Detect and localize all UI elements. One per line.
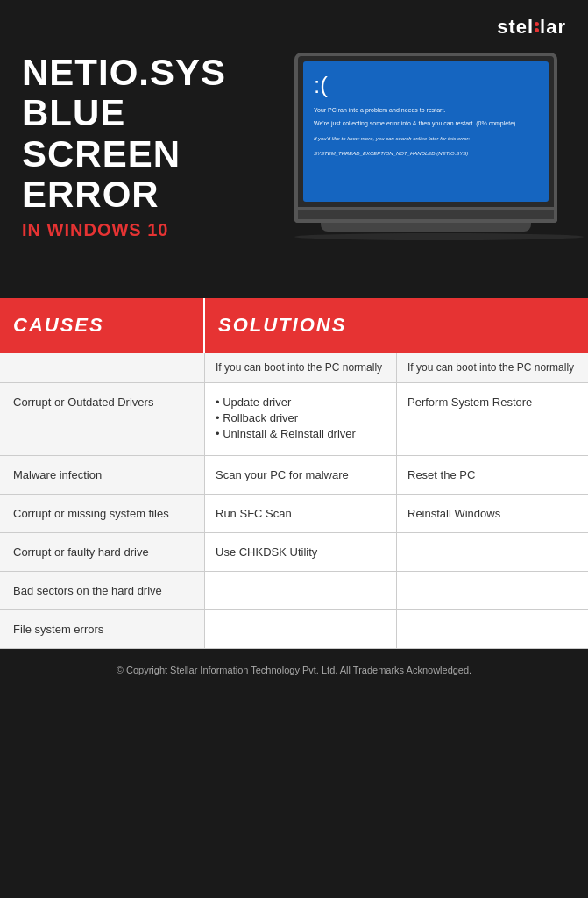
solution-cell1-5 xyxy=(205,572,397,609)
laptop-illustration: :( Your PC ran into a problem and needs … xyxy=(286,53,566,240)
list-item: Uninstall & Reinstall driver xyxy=(216,427,386,440)
laptop-wrapper: :( Your PC ran into a problem and needs … xyxy=(294,53,557,240)
table-row: Corrupt or missing system files Run SFC … xyxy=(0,495,588,533)
solution-cell2-1: Perform System Restore xyxy=(397,383,588,455)
table-row: File system errors xyxy=(0,610,588,649)
bsod-sad-face: :( xyxy=(314,72,538,99)
solution-list-1: Update driver Rollback driver Uninstall … xyxy=(216,396,386,440)
sub-header-col1: If you can boot into the PC normally xyxy=(205,353,397,382)
table-body: If you can boot into the PC normally If … xyxy=(0,353,588,649)
stellar-logo: stellar xyxy=(497,16,566,39)
solution-cell2-6 xyxy=(397,610,588,648)
cause-cell-4: Corrupt or faulty hard drive xyxy=(0,533,205,571)
causes-column-header: CAUSES xyxy=(0,298,205,353)
laptop-base xyxy=(294,210,557,223)
cause-cell-6: File system errors xyxy=(0,610,205,648)
header-section: stellar NETIO.SYS BLUE SCREEN ERROR IN W… xyxy=(0,0,588,281)
laptop-screen-outer: :( Your PC ran into a problem and needs … xyxy=(294,53,557,210)
table-section: CAUSES SOLUTIONS If you can boot into th… xyxy=(0,298,588,649)
cause-cell-2: Malware infection xyxy=(0,456,205,494)
title-line1: NETIO.SYS xyxy=(22,53,268,93)
bsod-screen: :( Your PC ran into a problem and needs … xyxy=(303,61,549,202)
solution-cell2-3: Reinstall Windows xyxy=(397,495,588,532)
bsod-error-code: SYSTEM_THREAD_EXCEPTION_NOT_HANDLED (NET… xyxy=(314,150,538,158)
laptop-shadow xyxy=(294,233,584,240)
solution-cell2-2: Reset the PC xyxy=(397,456,588,494)
table-row: Corrupt or faulty hard drive Use CHKDSK … xyxy=(0,533,588,572)
solutions-column-header: SOLUTIONS xyxy=(205,298,588,353)
table-header: CAUSES SOLUTIONS xyxy=(0,298,588,353)
solution-cell1-4: Use CHKDSK Utility xyxy=(205,533,397,571)
footer: © Copyright Stellar Information Technolo… xyxy=(0,649,588,691)
solution-cell2-4 xyxy=(397,533,588,571)
bsod-line3: If you'd like to know more, you can sear… xyxy=(314,135,538,143)
cause-cell-3: Corrupt or missing system files xyxy=(0,495,205,532)
logo-text-lar: lar xyxy=(540,16,566,39)
bsod-line1: Your PC ran into a problem and needs to … xyxy=(314,106,538,116)
bsod-text: Your PC ran into a problem and needs to … xyxy=(314,106,538,158)
table-row: Corrupt or Outdated Drivers Update drive… xyxy=(0,383,588,456)
laptop-stand xyxy=(321,223,531,232)
subtitle: IN WINDOWS 10 xyxy=(22,220,268,240)
bsod-line2: We're just collecting some error info & … xyxy=(314,119,538,129)
cause-cell-5: Bad sectors on the hard drive xyxy=(0,572,205,609)
table-row: Bad sectors on the hard drive xyxy=(0,572,588,610)
sub-header-spacer xyxy=(0,353,205,382)
solution-cell1-1: Update driver Rollback driver Uninstall … xyxy=(205,383,397,455)
solution-cell1-3: Run SFC Scan xyxy=(205,495,397,532)
page-title: NETIO.SYS BLUE SCREEN ERROR xyxy=(22,53,268,215)
title-area: NETIO.SYS BLUE SCREEN ERROR IN WINDOWS 1… xyxy=(22,53,286,240)
title-line2: BLUE SCREEN xyxy=(22,93,268,174)
sub-header-col2: If you can boot into the PC normally xyxy=(397,353,588,382)
solution-cell1-2: Scan your PC for malware xyxy=(205,456,397,494)
table-row: Malware infection Scan your PC for malwa… xyxy=(0,456,588,495)
footer-text: © Copyright Stellar Information Technolo… xyxy=(117,665,471,675)
solution-cell1-6 xyxy=(205,610,397,648)
header-content: NETIO.SYS BLUE SCREEN ERROR IN WINDOWS 1… xyxy=(22,18,566,240)
list-item: Rollback driver xyxy=(216,411,386,424)
sub-header-row: If you can boot into the PC normally If … xyxy=(0,353,588,383)
logo-text-stel: stel xyxy=(497,16,534,39)
solution-cell2-5 xyxy=(397,572,588,609)
logo-dots xyxy=(535,22,539,32)
list-item: Update driver xyxy=(216,396,386,409)
cause-cell-1: Corrupt or Outdated Drivers xyxy=(0,383,205,455)
title-line3: ERROR xyxy=(22,175,268,215)
